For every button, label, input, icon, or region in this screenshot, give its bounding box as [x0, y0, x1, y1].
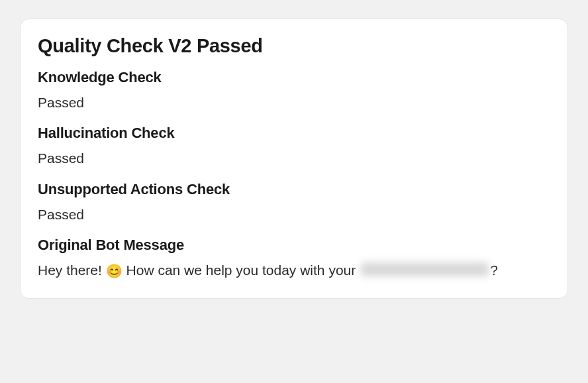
original-bot-message-heading: Original Bot Message — [38, 237, 550, 254]
knowledge-check-value: Passed — [38, 93, 550, 113]
smile-emoji-icon: 😊 — [106, 264, 122, 278]
unsupported-actions-heading: Unsupported Actions Check — [38, 181, 550, 198]
unsupported-actions-value: Passed — [38, 205, 550, 225]
original-bot-message-section: Original Bot Message Hey there! 😊 How ca… — [38, 237, 550, 281]
message-prefix: Hey there! — [38, 262, 106, 278]
knowledge-check-section: Knowledge Check Passed — [38, 69, 550, 113]
hallucination-check-value: Passed — [38, 148, 550, 168]
redacted-text: V Shred journey — [361, 262, 489, 276]
original-bot-message-value: Hey there! 😊 How can we help you today w… — [38, 260, 550, 281]
knowledge-check-heading: Knowledge Check — [38, 69, 550, 86]
unsupported-actions-section: Unsupported Actions Check Passed — [38, 181, 550, 225]
card-title: Quality Check V2 Passed — [38, 35, 550, 57]
hallucination-check-heading: Hallucination Check — [38, 125, 550, 142]
hallucination-check-section: Hallucination Check Passed — [38, 125, 550, 168]
message-suffix: ? — [490, 262, 498, 278]
message-middle: How can we help you today with your — [122, 262, 360, 278]
quality-check-card: Quality Check V2 Passed Knowledge Check … — [20, 19, 568, 299]
